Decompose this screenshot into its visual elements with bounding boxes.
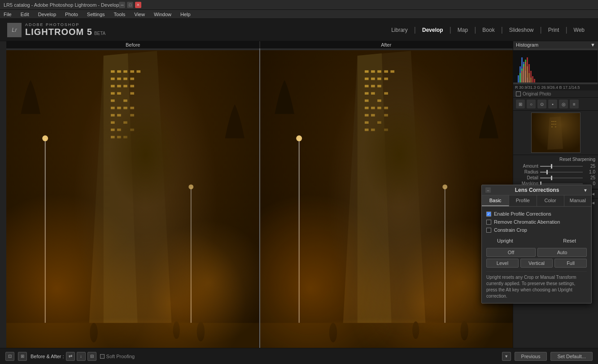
set-default-button[interactable]: Set Default... [550, 352, 593, 361]
menu-settings[interactable]: Settings [85, 12, 107, 17]
original-photo-check: Original Photo [513, 91, 598, 97]
upright-vertical-button[interactable]: Vertical [520, 259, 553, 268]
menu-photo[interactable]: Photo [63, 12, 80, 17]
constrain-crop-checkbox[interactable] [486, 228, 491, 233]
nav-map[interactable]: Map [451, 27, 474, 33]
nav-book[interactable]: Book [476, 27, 501, 33]
nav-web[interactable]: Web [567, 27, 591, 33]
lens-tab-profile[interactable]: Profile [509, 195, 537, 206]
svg-rect-104 [525, 62, 526, 84]
lens-panel-collapse[interactable]: – [485, 187, 491, 193]
nav-library[interactable]: Library [385, 27, 414, 33]
constrain-crop-row: Constrain Crop [486, 227, 587, 233]
flag-button[interactable]: ⊞ [18, 352, 27, 361]
detail-value: 25 [585, 175, 595, 180]
svg-rect-106 [528, 64, 530, 84]
detail-track[interactable] [540, 178, 583, 178]
lens-tab-basic[interactable]: Basic [482, 195, 509, 206]
zoom-controls: ▼ [502, 352, 511, 361]
sharpening-section: Reset Sharpening Amount 25 Radius 1.0 De… [513, 155, 598, 189]
svg-rect-74 [377, 121, 381, 124]
close-button[interactable]: ✕ [135, 2, 141, 8]
reset-sharpening-button[interactable]: Reset Sharpening [516, 157, 595, 162]
masking-track[interactable] [540, 183, 583, 184]
svg-marker-2 [104, 53, 138, 325]
tool-lines[interactable]: ≡ [570, 100, 579, 108]
maximize-button[interactable]: □ [127, 2, 133, 8]
upright-auto-button[interactable]: Auto [537, 248, 587, 257]
tool-target[interactable]: ◎ [559, 100, 568, 108]
histogram-svg [513, 48, 598, 84]
svg-rect-32 [130, 129, 134, 131]
previous-button[interactable]: Previous [515, 352, 547, 361]
upright-off-button[interactable]: Off [486, 248, 536, 257]
upright-level-button[interactable]: Level [486, 259, 519, 268]
svg-rect-112 [532, 113, 581, 153]
menu-edit[interactable]: Edit [19, 12, 31, 17]
svg-point-36 [6, 294, 259, 348]
lens-panel-menu-icon[interactable]: ▼ [583, 188, 588, 193]
titlebar-controls: ─ □ ✕ [119, 2, 141, 8]
copy-before-button[interactable]: ↓ [77, 352, 86, 361]
tool-dots[interactable]: ⊙ [537, 100, 546, 108]
view-mode-button[interactable]: ⊡ [5, 352, 14, 361]
menu-develop[interactable]: Develop [36, 12, 58, 17]
lens-tab-color[interactable]: Color [537, 195, 564, 206]
svg-point-42 [90, 323, 97, 342]
menubar: File Edit Develop Photo Settings Tools V… [0, 10, 598, 19]
svg-marker-48 [357, 53, 391, 325]
detail-thumb[interactable] [551, 176, 552, 180]
tool-grid[interactable]: ⊞ [516, 100, 525, 108]
radius-thumb[interactable] [546, 170, 548, 174]
before-image-panel [6, 50, 259, 348]
histogram-expand-icon[interactable]: ▼ [590, 42, 595, 48]
svg-rect-15 [130, 85, 134, 87]
amount-fill [540, 166, 551, 167]
enable-profile-checkbox[interactable] [486, 212, 491, 217]
menu-help[interactable]: Help [179, 12, 192, 17]
logo-badge: Lr [7, 23, 22, 37]
menu-view[interactable]: View [132, 12, 147, 17]
nav-develop[interactable]: Develop [416, 27, 450, 33]
original-photo-checkbox[interactable] [516, 91, 521, 96]
lens-tab-manual[interactable]: Manual [564, 195, 591, 206]
after-image-panel [260, 50, 513, 348]
tool-icons: ⊞ ○ ⊙ ▪ ◎ ≡ [513, 98, 598, 111]
minimize-button[interactable]: ─ [119, 2, 125, 8]
radius-track[interactable] [540, 172, 583, 173]
zoom-out-button[interactable]: ▼ [502, 352, 511, 361]
svg-rect-54 [364, 78, 368, 80]
svg-rect-63 [384, 92, 388, 95]
nav-links: Library | Develop | Map | Book | Slidesh… [385, 26, 591, 34]
svg-rect-111 [513, 82, 598, 84]
amount-track[interactable] [540, 166, 583, 167]
svg-rect-12 [111, 85, 115, 87]
svg-rect-62 [371, 92, 375, 95]
nav-slideshow[interactable]: Slideshow [503, 27, 540, 33]
svg-rect-46 [260, 50, 513, 348]
menu-file[interactable]: File [2, 12, 13, 17]
enable-profile-row: Enable Profile Corrections [486, 211, 587, 217]
svg-rect-60 [377, 85, 381, 87]
upright-full-button[interactable]: Full [554, 259, 587, 268]
menu-tools[interactable]: Tools [112, 12, 127, 17]
svg-rect-53 [390, 70, 394, 73]
layout-button[interactable]: ⊟ [87, 352, 96, 361]
tool-circle[interactable]: ○ [527, 100, 536, 108]
svg-rect-33 [111, 136, 115, 138]
svg-rect-117 [551, 124, 553, 125]
upright-button[interactable]: Upright [495, 237, 515, 244]
amount-thumb[interactable] [551, 164, 552, 169]
reset-button[interactable]: Reset [561, 237, 578, 244]
svg-rect-68 [377, 107, 381, 109]
svg-rect-34 [117, 136, 121, 138]
tool-square[interactable]: ▪ [548, 100, 557, 108]
remove-chromatic-label: Remove Chromatic Aberration [494, 219, 560, 225]
menu-window[interactable]: Window [152, 12, 173, 17]
remove-chromatic-checkbox[interactable] [486, 220, 491, 225]
svg-rect-25 [111, 114, 115, 116]
swap-before-after-button[interactable]: ⇄ [66, 352, 75, 361]
soft-proofing-checkbox[interactable] [100, 354, 105, 359]
svg-rect-22 [117, 107, 121, 109]
nav-print[interactable]: Print [542, 27, 566, 33]
